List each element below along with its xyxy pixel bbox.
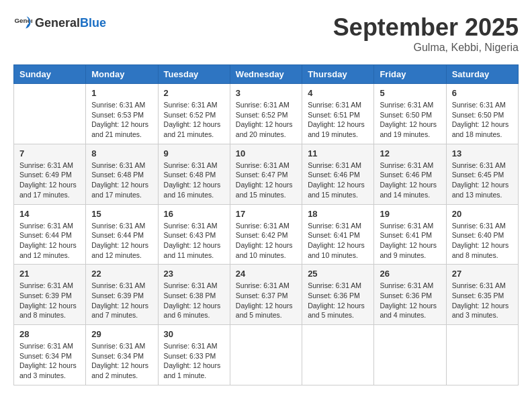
day-number: 7 bbox=[19, 148, 80, 158]
day-info: Sunrise: 6:31 AMSunset: 6:44 PMDaylight:… bbox=[19, 221, 80, 261]
column-header-monday: Monday bbox=[86, 65, 158, 84]
calendar-cell: 23Sunrise: 6:31 AMSunset: 6:38 PMDayligh… bbox=[158, 265, 230, 325]
day-number: 13 bbox=[452, 148, 513, 158]
calendar-cell: 24Sunrise: 6:31 AMSunset: 6:37 PMDayligh… bbox=[230, 265, 302, 325]
calendar-cell bbox=[14, 84, 86, 144]
day-number: 20 bbox=[452, 209, 513, 219]
day-number: 21 bbox=[19, 269, 80, 279]
day-info: Sunrise: 6:31 AMSunset: 6:33 PMDaylight:… bbox=[164, 341, 224, 381]
column-header-friday: Friday bbox=[374, 65, 446, 84]
day-number: 11 bbox=[308, 148, 368, 158]
day-number: 24 bbox=[236, 269, 296, 279]
calendar-cell: 26Sunrise: 6:31 AMSunset: 6:36 PMDayligh… bbox=[374, 265, 446, 325]
column-header-sunday: Sunday bbox=[14, 65, 86, 84]
day-info: Sunrise: 6:31 AMSunset: 6:46 PMDaylight:… bbox=[380, 161, 440, 200]
day-info: Sunrise: 6:31 AMSunset: 6:51 PMDaylight:… bbox=[308, 100, 368, 140]
day-info: Sunrise: 6:31 AMSunset: 6:50 PMDaylight:… bbox=[380, 100, 440, 140]
day-info: Sunrise: 6:31 AMSunset: 6:43 PMDaylight:… bbox=[164, 221, 224, 261]
calendar-cell: 2Sunrise: 6:31 AMSunset: 6:52 PMDaylight… bbox=[158, 84, 230, 144]
day-info: Sunrise: 6:31 AMSunset: 6:38 PMDaylight:… bbox=[164, 281, 224, 320]
day-info: Sunrise: 6:31 AMSunset: 6:48 PMDaylight:… bbox=[91, 161, 152, 200]
calendar-cell: 5Sunrise: 6:31 AMSunset: 6:50 PMDaylight… bbox=[374, 84, 446, 144]
logo-text: GeneralBlue bbox=[35, 16, 106, 30]
title-area: September 2025 Gulma, Kebbi, Nigeria bbox=[333, 13, 519, 54]
day-info: Sunrise: 6:31 AMSunset: 6:47 PMDaylight:… bbox=[236, 161, 296, 200]
calendar-cell: 18Sunrise: 6:31 AMSunset: 6:41 PMDayligh… bbox=[302, 204, 374, 265]
calendar-cell: 17Sunrise: 6:31 AMSunset: 6:42 PMDayligh… bbox=[230, 204, 302, 265]
header-row: SundayMondayTuesdayWednesdayThursdayFrid… bbox=[14, 65, 519, 84]
calendar-table: SundayMondayTuesdayWednesdayThursdayFrid… bbox=[13, 64, 519, 385]
calendar-cell: 3Sunrise: 6:31 AMSunset: 6:52 PMDaylight… bbox=[230, 84, 302, 144]
day-info: Sunrise: 6:31 AMSunset: 6:40 PMDaylight:… bbox=[452, 221, 513, 261]
calendar-cell: 8Sunrise: 6:31 AMSunset: 6:48 PMDaylight… bbox=[86, 144, 158, 204]
day-info: Sunrise: 6:31 AMSunset: 6:41 PMDaylight:… bbox=[308, 221, 368, 261]
calendar-cell: 1Sunrise: 6:31 AMSunset: 6:53 PMDaylight… bbox=[86, 84, 158, 144]
day-number: 8 bbox=[91, 148, 152, 158]
calendar-cell: 30Sunrise: 6:31 AMSunset: 6:33 PMDayligh… bbox=[158, 325, 230, 385]
calendar-cell: 11Sunrise: 6:31 AMSunset: 6:46 PMDayligh… bbox=[302, 144, 374, 204]
day-number: 17 bbox=[236, 209, 296, 219]
location-title: Gulma, Kebbi, Nigeria bbox=[333, 42, 519, 54]
column-header-wednesday: Wednesday bbox=[230, 65, 302, 84]
day-number: 23 bbox=[164, 269, 224, 279]
calendar-cell: 22Sunrise: 6:31 AMSunset: 6:39 PMDayligh… bbox=[86, 265, 158, 325]
day-info: Sunrise: 6:31 AMSunset: 6:34 PMDaylight:… bbox=[91, 341, 152, 381]
day-number: 19 bbox=[380, 209, 440, 219]
calendar-cell: 28Sunrise: 6:31 AMSunset: 6:34 PMDayligh… bbox=[14, 325, 86, 385]
day-number: 10 bbox=[236, 148, 296, 158]
calendar-cell: 15Sunrise: 6:31 AMSunset: 6:44 PMDayligh… bbox=[86, 204, 158, 265]
day-info: Sunrise: 6:31 AMSunset: 6:39 PMDaylight:… bbox=[19, 281, 80, 320]
day-info: Sunrise: 6:31 AMSunset: 6:41 PMDaylight:… bbox=[380, 221, 440, 261]
day-info: Sunrise: 6:31 AMSunset: 6:45 PMDaylight:… bbox=[452, 161, 513, 200]
day-info: Sunrise: 6:31 AMSunset: 6:36 PMDaylight:… bbox=[308, 281, 368, 320]
day-number: 28 bbox=[19, 329, 80, 339]
calendar-cell: 13Sunrise: 6:31 AMSunset: 6:45 PMDayligh… bbox=[446, 144, 518, 204]
calendar-cell bbox=[374, 325, 446, 385]
day-number: 6 bbox=[452, 88, 513, 98]
calendar-cell: 10Sunrise: 6:31 AMSunset: 6:47 PMDayligh… bbox=[230, 144, 302, 204]
calendar-cell bbox=[302, 325, 374, 385]
calendar-cell: 27Sunrise: 6:31 AMSunset: 6:35 PMDayligh… bbox=[446, 265, 518, 325]
calendar-cell bbox=[230, 325, 302, 385]
day-info: Sunrise: 6:31 AMSunset: 6:34 PMDaylight:… bbox=[19, 341, 80, 381]
calendar-cell: 4Sunrise: 6:31 AMSunset: 6:51 PMDaylight… bbox=[302, 84, 374, 144]
column-header-saturday: Saturday bbox=[446, 65, 518, 84]
day-info: Sunrise: 6:31 AMSunset: 6:53 PMDaylight:… bbox=[91, 100, 152, 140]
calendar-cell: 19Sunrise: 6:31 AMSunset: 6:41 PMDayligh… bbox=[374, 204, 446, 265]
day-number: 22 bbox=[91, 269, 152, 279]
day-number: 4 bbox=[308, 88, 368, 98]
day-number: 27 bbox=[452, 269, 513, 279]
day-number: 2 bbox=[164, 88, 224, 98]
day-info: Sunrise: 6:31 AMSunset: 6:42 PMDaylight:… bbox=[236, 221, 296, 261]
calendar-cell: 16Sunrise: 6:31 AMSunset: 6:43 PMDayligh… bbox=[158, 204, 230, 265]
day-info: Sunrise: 6:31 AMSunset: 6:52 PMDaylight:… bbox=[236, 100, 296, 140]
day-number: 9 bbox=[164, 148, 224, 158]
day-number: 5 bbox=[380, 88, 440, 98]
calendar-cell bbox=[446, 325, 518, 385]
day-info: Sunrise: 6:31 AMSunset: 6:49 PMDaylight:… bbox=[19, 161, 80, 200]
logo-icon: General bbox=[13, 13, 32, 32]
calendar-cell: 6Sunrise: 6:31 AMSunset: 6:50 PMDaylight… bbox=[446, 84, 518, 144]
week-row-3: 14Sunrise: 6:31 AMSunset: 6:44 PMDayligh… bbox=[14, 204, 519, 265]
calendar-cell: 12Sunrise: 6:31 AMSunset: 6:46 PMDayligh… bbox=[374, 144, 446, 204]
day-number: 14 bbox=[19, 209, 80, 219]
day-number: 26 bbox=[380, 269, 440, 279]
week-row-1: 1Sunrise: 6:31 AMSunset: 6:53 PMDaylight… bbox=[14, 84, 519, 144]
week-row-4: 21Sunrise: 6:31 AMSunset: 6:39 PMDayligh… bbox=[14, 265, 519, 325]
day-info: Sunrise: 6:31 AMSunset: 6:48 PMDaylight:… bbox=[164, 161, 224, 200]
day-number: 25 bbox=[308, 269, 368, 279]
day-number: 29 bbox=[91, 329, 152, 339]
calendar-cell: 20Sunrise: 6:31 AMSunset: 6:40 PMDayligh… bbox=[446, 204, 518, 265]
column-header-tuesday: Tuesday bbox=[158, 65, 230, 84]
day-info: Sunrise: 6:31 AMSunset: 6:46 PMDaylight:… bbox=[308, 161, 368, 200]
day-info: Sunrise: 6:31 AMSunset: 6:50 PMDaylight:… bbox=[452, 100, 513, 140]
day-number: 30 bbox=[164, 329, 224, 339]
day-info: Sunrise: 6:31 AMSunset: 6:35 PMDaylight:… bbox=[452, 281, 513, 320]
day-info: Sunrise: 6:31 AMSunset: 6:37 PMDaylight:… bbox=[236, 281, 296, 320]
calendar-cell: 9Sunrise: 6:31 AMSunset: 6:48 PMDaylight… bbox=[158, 144, 230, 204]
column-header-thursday: Thursday bbox=[302, 65, 374, 84]
week-row-2: 7Sunrise: 6:31 AMSunset: 6:49 PMDaylight… bbox=[14, 144, 519, 204]
day-number: 15 bbox=[91, 209, 152, 219]
calendar-cell: 29Sunrise: 6:31 AMSunset: 6:34 PMDayligh… bbox=[86, 325, 158, 385]
day-number: 18 bbox=[308, 209, 368, 219]
